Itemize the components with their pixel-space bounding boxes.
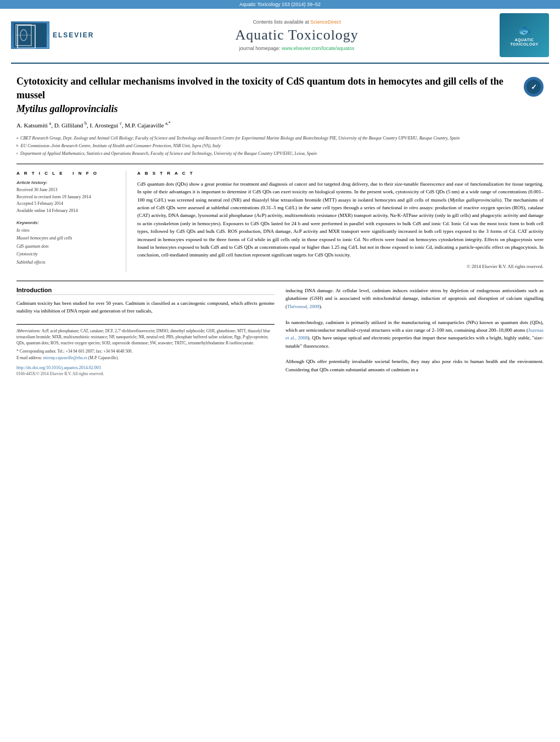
sup-b: b bbox=[85, 121, 87, 126]
body-left-column: Introduction Cadmium toxicity has been s… bbox=[16, 287, 275, 376]
affiliations-block: a CBET Research Group, Dept. Zoology and… bbox=[16, 135, 544, 157]
header-center: Contents lists available at ScienceDirec… bbox=[94, 19, 500, 51]
journal-title: Aquatic Toxicology bbox=[105, 27, 489, 43]
affil-a: a CBET Research Group, Dept. Zoology and… bbox=[16, 135, 544, 142]
revised-date: Received in revised form 19 January 2014 bbox=[16, 194, 119, 201]
keyword-2: Mussel hemocytes and gill cells bbox=[16, 235, 119, 242]
affil-sup-c: c bbox=[16, 150, 18, 157]
header-top-row: ELSEVIER Contents lists available at Sci… bbox=[11, 9, 549, 59]
elsevier-text: ELSEVIER bbox=[53, 31, 94, 39]
available-date: Available online 14 February 2014 bbox=[16, 208, 119, 215]
article-info-label: A R T I C L E I N F O bbox=[16, 171, 119, 176]
introduction-heading: Introduction bbox=[16, 287, 275, 295]
abbreviations-text: AcP, acid phosphatase; CAT, catalase; DC… bbox=[16, 328, 270, 346]
affil-sup-b: b bbox=[16, 143, 19, 149]
article-history-label: Article history: bbox=[16, 180, 119, 185]
svg-rect-0 bbox=[14, 23, 47, 47]
article-history-group: Article history: Received 30 June 2013 R… bbox=[16, 180, 119, 215]
elsevier-logo-svg bbox=[14, 23, 47, 47]
article-title-italic: Mytilus galloprovincialis bbox=[16, 103, 118, 114]
email-label: E-mail address: bbox=[16, 355, 42, 360]
doi-url[interactable]: http://dx.doi.org/10.1016/j.aquatox.2014… bbox=[16, 365, 101, 370]
thevenod-ref[interactable]: Thévenod, 2009 bbox=[287, 304, 320, 309]
email-name: (M.P. Cajaraville). bbox=[88, 355, 119, 360]
elsevier-logo: ELSEVIER bbox=[11, 21, 94, 49]
abbreviations-label: Abbreviations: bbox=[16, 328, 41, 333]
abbreviations-line: Abbreviations: AcP, acid phosphatase; CA… bbox=[16, 328, 275, 347]
page: Aquatic Toxicology 153 (2014) 39–52 ELSE… bbox=[0, 0, 560, 742]
keywords-list: In vitro Mussel hemocytes and gill cells… bbox=[16, 227, 119, 266]
svg-text:✓: ✓ bbox=[531, 83, 537, 91]
keyword-5: Sublethal effects bbox=[16, 259, 119, 266]
crossmark-badge: ✓ bbox=[524, 77, 544, 97]
info-abstract-block: A R T I C L E I N F O Article history: R… bbox=[16, 164, 544, 272]
keyword-4: Cytotoxicity bbox=[16, 250, 119, 258]
contents-list-label: Contents lists available at ScienceDirec… bbox=[105, 19, 489, 25]
keyword-1: In vitro bbox=[16, 227, 119, 235]
aquatic-logo-text: AQUATICTOXICOLOGY bbox=[510, 38, 539, 47]
authors-line: A. Katsumiti a, D. Gilliland b, I. Arost… bbox=[16, 121, 544, 131]
received-date: Received 30 June 2013 bbox=[16, 187, 119, 194]
doi-link[interactable]: http://dx.doi.org/10.1016/j.aquatox.2014… bbox=[16, 365, 275, 370]
main-body: Introduction Cadmium toxicity has been s… bbox=[16, 281, 544, 376]
article-title-text: Cytotoxicity and cellular mechanisms inv… bbox=[16, 75, 518, 116]
sciencedirect-link[interactable]: ScienceDirect bbox=[310, 19, 341, 25]
affil-b: b EU Commission–Joint Research Centre, I… bbox=[16, 143, 544, 149]
elsevier-logo-box bbox=[11, 21, 49, 49]
keyword-3: CdS quantum dots bbox=[16, 243, 119, 250]
copyright-text: © 2014 Elsevier B.V. All rights reserved… bbox=[137, 264, 544, 269]
corresponding-author-line: * Corresponding author. Tel.: +34 94 601… bbox=[16, 348, 275, 354]
keywords-group: Keywords: In vitro Mussel hemocytes and … bbox=[16, 220, 119, 266]
abstract-label: A B S T R A C T bbox=[137, 171, 544, 176]
journal-volume-text: Aquatic Toxicology 153 (2014) 39–52 bbox=[239, 2, 321, 7]
sup-a: a bbox=[49, 121, 52, 126]
keywords-label: Keywords: bbox=[16, 220, 119, 225]
email-link[interactable]: mirenp.cajaraville@ehu.es bbox=[43, 355, 87, 360]
affil-c-text: Department of Applied Mathematics, Stati… bbox=[20, 150, 317, 157]
affil-a-text: CBET Research Group, Dept. Zoology and A… bbox=[20, 135, 460, 142]
affil-sup-a: a bbox=[16, 135, 18, 142]
aquatic-logo-fish-icon: 🐟 bbox=[518, 24, 531, 37]
homepage-url[interactable]: www.elsevier.com/locate/aquatox bbox=[282, 46, 355, 51]
corresponding-text: * Corresponding author. Tel.: +34 94 601… bbox=[16, 349, 132, 354]
body-right-column: inducing DNA damage. At cellular level, … bbox=[285, 287, 544, 376]
email-line: E-mail address: mirenp.cajaraville@ehu.e… bbox=[16, 355, 275, 361]
article-title-block: Cytotoxicity and cellular mechanisms inv… bbox=[16, 75, 544, 116]
juzenas-ref[interactable]: Juzenas et al., 2008 bbox=[285, 327, 544, 341]
svg-rect-1 bbox=[16, 25, 31, 46]
article-info-column: A R T I C L E I N F O Article history: R… bbox=[16, 171, 126, 272]
intro-right-text: inducing DNA damage. At cellular level, … bbox=[285, 287, 544, 373]
journal-header: ELSEVIER Contents lists available at Sci… bbox=[11, 9, 549, 64]
abstract-column: A B S T R A C T CdS quantum dots (QDs) s… bbox=[137, 171, 544, 272]
article-title-main: Cytotoxicity and cellular mechanisms inv… bbox=[16, 76, 503, 101]
issn-text: 0166-445X/© 2014 Elsevier B.V. All right… bbox=[16, 371, 275, 376]
crossmark-icon: ✓ bbox=[526, 79, 541, 94]
sup-c: c bbox=[120, 121, 122, 126]
authors-full: A. Katsumiti a, D. Gilliland b, I. Arost… bbox=[16, 122, 171, 129]
aquatic-toxicology-logo: 🐟 AQUATICTOXICOLOGY bbox=[500, 13, 549, 57]
sup-a2: a,* bbox=[165, 121, 171, 126]
svg-point-2 bbox=[20, 30, 27, 41]
article-content: Cytotoxicity and cellular mechanisms inv… bbox=[16, 64, 544, 376]
intro-left-text: Cadmium toxicity has been studied for ov… bbox=[16, 299, 275, 315]
affil-c: c Department of Applied Mathematics, Sta… bbox=[16, 150, 544, 157]
footnote-area: Abbreviations: AcP, acid phosphatase; CA… bbox=[16, 324, 275, 361]
contents-text: Contents lists available at bbox=[253, 19, 309, 25]
affil-b-text: EU Commission–Joint Research Centre, Ins… bbox=[21, 143, 221, 149]
accepted-date: Accepted 5 February 2014 bbox=[16, 200, 119, 208]
journal-homepage: journal homepage: www.elsevier.com/locat… bbox=[105, 46, 489, 51]
homepage-label: journal homepage: bbox=[239, 46, 281, 51]
journal-volume-bar: Aquatic Toxicology 153 (2014) 39–52 bbox=[0, 0, 560, 9]
abstract-text: CdS quantum dots (QDs) show a great prom… bbox=[137, 180, 544, 259]
